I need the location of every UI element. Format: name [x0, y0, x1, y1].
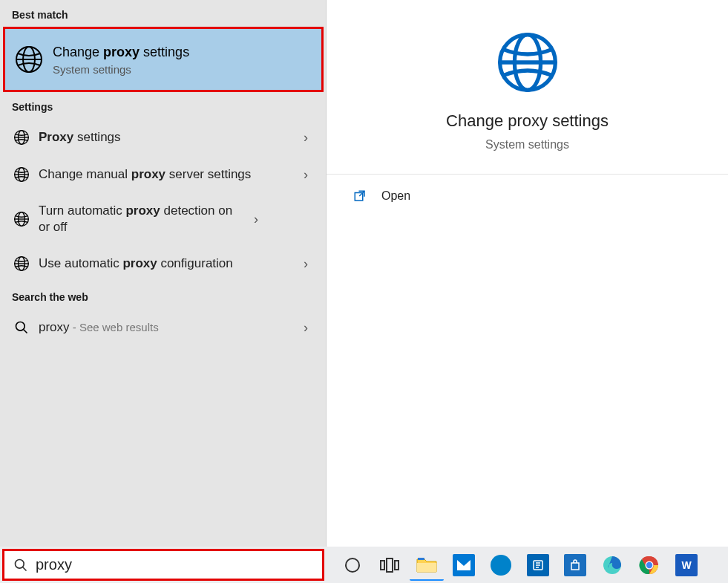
search-results-panel: Best match Change proxy settings System …: [0, 0, 327, 547]
chevron-right-icon: ›: [304, 167, 315, 183]
preview-panel: Change proxy settings System settings Op…: [327, 0, 728, 547]
search-input[interactable]: [28, 556, 313, 574]
globe-icon: [12, 209, 31, 229]
taskbar-taskview-icon[interactable]: [373, 550, 407, 581]
globe-icon: [13, 43, 45, 76]
svg-line-16: [24, 330, 27, 333]
taskbar-edge-icon[interactable]: [595, 550, 629, 581]
taskbar-store-icon[interactable]: [558, 550, 592, 581]
preview-subtitle: System settings: [341, 138, 713, 152]
search-icon: [13, 558, 28, 573]
settings-item-label: Use automatic proxy configuration: [31, 247, 304, 281]
svg-rect-28: [418, 558, 424, 560]
best-match-subtitle: System settings: [53, 63, 189, 76]
svg-rect-27: [417, 563, 436, 572]
chevron-right-icon: ›: [254, 212, 266, 227]
web-result-item[interactable]: proxy - See web results ›: [0, 309, 326, 346]
taskbar-search-box[interactable]: [2, 549, 324, 581]
svg-point-15: [16, 322, 25, 331]
settings-item-auto-detection[interactable]: Turn automatic proxy detection on or off…: [0, 193, 326, 245]
taskbar-word-icon[interactable]: W: [669, 550, 704, 581]
search-icon: [12, 318, 31, 337]
settings-item-label: Proxy settings: [31, 120, 304, 154]
search-web-header: Search the web: [0, 282, 326, 309]
svg-rect-25: [387, 558, 393, 572]
open-icon: [352, 188, 368, 204]
globe-icon: [12, 254, 31, 273]
taskbar: W: [0, 547, 728, 583]
settings-item-proxy-settings[interactable]: Proxy settings ›: [0, 119, 326, 156]
chevron-right-icon: ›: [304, 256, 315, 272]
settings-item-label: Change manual proxy server settings: [31, 157, 304, 192]
taskbar-file-explorer-icon[interactable]: [410, 550, 444, 581]
settings-item-manual-proxy[interactable]: Change manual proxy server settings ›: [0, 156, 326, 193]
globe-icon: [341, 30, 713, 95]
best-match-result[interactable]: Change proxy settings System settings: [3, 27, 324, 92]
web-result-label: proxy - See web results: [31, 310, 304, 345]
taskbar-cortana-icon[interactable]: [335, 550, 370, 581]
svg-point-34: [646, 561, 652, 567]
taskbar-chrome-icon[interactable]: [632, 550, 666, 581]
svg-rect-24: [381, 561, 384, 570]
settings-item-auto-config[interactable]: Use automatic proxy configuration ›: [0, 245, 326, 282]
taskbar-mail-icon[interactable]: [447, 550, 481, 581]
preview-title: Change proxy settings: [341, 111, 713, 131]
globe-icon: [12, 128, 31, 147]
open-label: Open: [381, 189, 410, 203]
settings-header: Settings: [0, 92, 326, 119]
svg-line-22: [23, 567, 27, 570]
taskbar-app-blue-icon[interactable]: [521, 550, 555, 581]
svg-point-23: [346, 558, 359, 572]
svg-point-21: [16, 559, 24, 568]
settings-item-label: Turn automatic proxy detection on or off: [31, 194, 254, 244]
open-action[interactable]: Open: [327, 175, 728, 218]
chevron-right-icon: ›: [304, 320, 315, 336]
best-match-title: Change proxy settings: [53, 44, 189, 60]
taskbar-dell-icon[interactable]: [484, 550, 518, 581]
svg-rect-26: [395, 561, 399, 570]
best-match-header: Best match: [0, 0, 326, 27]
chevron-right-icon: ›: [304, 130, 315, 146]
globe-icon: [12, 165, 31, 184]
